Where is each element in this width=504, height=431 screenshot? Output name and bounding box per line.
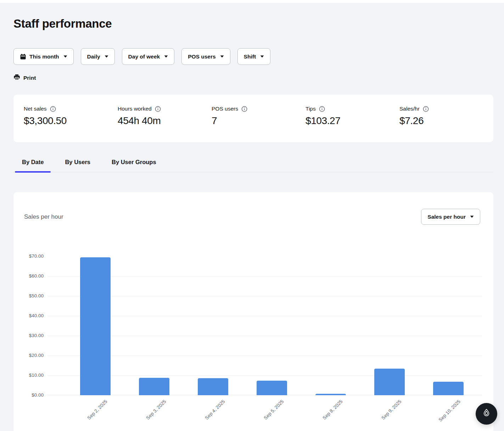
printer-icon (13, 74, 20, 82)
y-axis-tick-label: $0.00 (17, 392, 44, 398)
stat-value: 454h 40m (118, 115, 212, 127)
chevron-down-icon (470, 216, 474, 218)
stat-header: Net sales (24, 106, 118, 112)
filter-label: POS users (188, 54, 215, 60)
filter-day-of-week[interactable]: Day of week (122, 48, 175, 65)
calendar-icon (20, 54, 26, 60)
y-axis-tick-label: $30.00 (17, 332, 44, 339)
stat-value: $103.27 (306, 115, 399, 127)
gridline (47, 276, 482, 276)
metric-dropdown-label: Sales per hour (427, 214, 466, 220)
chevron-down-icon (220, 55, 224, 58)
filter-pos-users[interactable]: POS users (181, 48, 230, 65)
stat-net-sales: Net sales$3,300.50 (24, 106, 118, 142)
x-axis-tick-label: Sep 4, 2025 (204, 399, 226, 421)
tab-bar: By DateBy UsersBy User Groups (13, 158, 493, 172)
bar-sep-3-2025[interactable] (139, 378, 169, 395)
stat-label: POS users (212, 106, 238, 112)
y-axis-tick-label: $70.00 (17, 253, 44, 259)
bar-sep-10-2025[interactable] (433, 382, 464, 395)
stat-header: Sales/hr (399, 106, 493, 112)
x-axis-tick-label: Sep 8, 2025 (322, 399, 344, 421)
stat-label: Sales/hr (399, 106, 420, 112)
stat-hours-worked: Hours worked454h 40m (118, 106, 212, 142)
bar-sep-8-2025[interactable] (315, 394, 346, 395)
stat-value: 7 (212, 115, 306, 127)
y-axis-tick-label: $10.00 (17, 372, 44, 379)
filter-label: Daily (87, 54, 100, 60)
info-icon[interactable] (155, 106, 161, 112)
y-axis-tick-label: $40.00 (17, 313, 44, 319)
stat-value: $7.26 (399, 115, 493, 127)
y-axis-tick-label: $50.00 (17, 293, 44, 299)
stat-label: Tips (306, 106, 316, 112)
stat-label: Hours worked (118, 106, 152, 112)
lightspeed-flame-icon (482, 408, 491, 419)
stat-header: Hours worked (118, 106, 212, 112)
lightspeed-logo-button[interactable] (476, 403, 497, 425)
chevron-down-icon (105, 55, 108, 58)
summary-stats-card: Net sales$3,300.50Hours worked454h 40mPO… (13, 95, 493, 142)
filter-bar: This monthDailyDay of weekPOS usersShift (13, 48, 493, 65)
x-axis-tick-label: Sep 9, 2025 (381, 399, 403, 421)
chevron-down-icon (164, 55, 168, 58)
stat-header: Tips (306, 106, 399, 112)
y-axis-tick-label: $20.00 (17, 352, 44, 359)
x-axis-tick-label: Sep 5, 2025 (263, 399, 285, 421)
stat-label: Net sales (24, 106, 47, 112)
gridline (47, 356, 482, 356)
stat-sales-per-hr: Sales/hr$7.26 (399, 106, 493, 142)
bar-sep-9-2025[interactable] (374, 369, 405, 395)
stat-header: POS users (212, 106, 306, 112)
x-axis-tick-label: Sep 3, 2025 (145, 399, 167, 421)
bar-sep-4-2025[interactable] (198, 378, 228, 395)
stat-tips: Tips$103.27 (306, 106, 399, 142)
tab-by-date[interactable]: By Date (15, 158, 51, 172)
bar-sep-5-2025[interactable] (257, 381, 287, 395)
x-axis-tick-label: Sep 2, 2025 (86, 399, 108, 421)
filter-this-month[interactable]: This month (13, 48, 74, 65)
info-icon[interactable] (319, 106, 325, 112)
print-button[interactable]: Print (13, 74, 36, 82)
info-icon[interactable] (50, 106, 56, 112)
page-title: Staff performance (13, 17, 493, 30)
filter-label: Shift (244, 54, 256, 60)
tab-by-users[interactable]: By Users (58, 158, 97, 172)
print-label: Print (23, 75, 36, 81)
gridline (47, 316, 482, 316)
filter-label: Day of week (128, 54, 160, 60)
filter-daily[interactable]: Daily (81, 48, 115, 65)
chevron-down-icon (63, 55, 67, 58)
top-strip (0, 0, 504, 3)
main-content: Staff performance This monthDailyDay of … (0, 17, 504, 431)
info-icon[interactable] (241, 106, 247, 112)
stat-value: $3,300.50 (24, 115, 118, 127)
filter-label: This month (29, 54, 59, 60)
x-axis-tick-label: Sep 10, 2025 (437, 399, 461, 422)
gridline (47, 296, 482, 296)
chart-header: Sales per hour Sales per hour (13, 192, 493, 225)
bar-sep-2-2025[interactable] (80, 257, 111, 395)
info-icon[interactable] (423, 106, 429, 112)
chart-card: Sales per hour Sales per hour $0.00$10.0… (13, 192, 493, 431)
tab-by-user-groups[interactable]: By User Groups (105, 158, 163, 172)
gridline (47, 375, 482, 376)
filter-shift[interactable]: Shift (237, 48, 270, 65)
y-axis-tick-label: $60.00 (17, 273, 44, 279)
bar-chart: $0.00$10.00$20.00$30.00$40.00$50.00$60.0… (47, 256, 482, 395)
chevron-down-icon (260, 55, 264, 58)
gridline (47, 336, 482, 336)
chart-title: Sales per hour (24, 213, 63, 220)
metric-dropdown[interactable]: Sales per hour (421, 209, 480, 225)
stat-pos-users: POS users7 (212, 106, 306, 142)
print-row: Print (13, 74, 493, 82)
